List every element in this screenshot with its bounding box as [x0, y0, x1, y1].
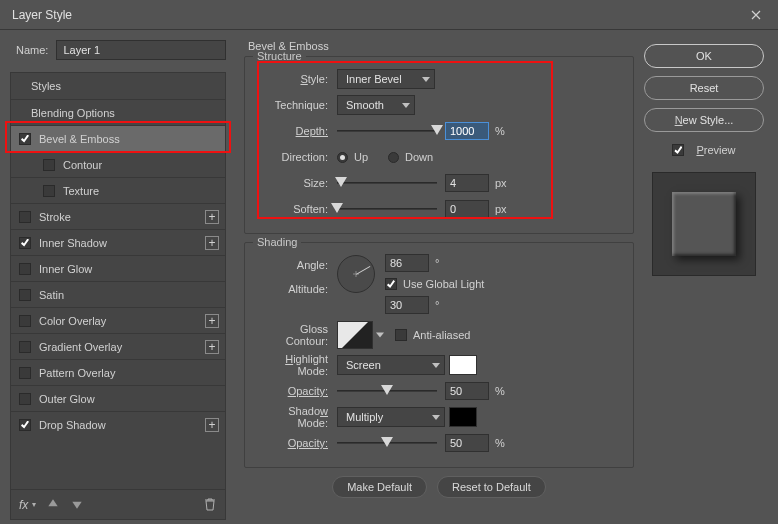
angle-dial[interactable]: [337, 255, 375, 293]
highlight-mode-label: Highlight Mode:: [255, 353, 337, 377]
inner-glow-checkbox[interactable]: [19, 263, 31, 275]
color-overlay-checkbox[interactable]: [19, 315, 31, 327]
stroke-checkbox[interactable]: [19, 211, 31, 223]
chevron-down-icon: [422, 77, 430, 82]
depth-label: Depth:: [255, 125, 337, 137]
contour-checkbox[interactable]: [43, 159, 55, 171]
texture-checkbox[interactable]: [43, 185, 55, 197]
pattern-overlay-checkbox[interactable]: [19, 367, 31, 379]
titlebar: Layer Style: [0, 0, 778, 30]
highlight-opacity-label: Opacity:: [255, 385, 337, 397]
name-label: Name:: [16, 44, 48, 56]
altitude-label: Altitude:: [255, 283, 328, 295]
technique-label: Technique:: [255, 99, 337, 111]
gradient-overlay-checkbox[interactable]: [19, 341, 31, 353]
make-default-button[interactable]: Make Default: [332, 476, 427, 498]
chevron-down-icon: [402, 103, 410, 108]
style-dropdown[interactable]: Inner Bevel: [337, 69, 435, 89]
direction-up-radio[interactable]: [337, 152, 348, 163]
highlight-mode-dropdown[interactable]: Screen: [337, 355, 445, 375]
gradient-overlay-add-icon[interactable]: +: [205, 340, 219, 354]
settings-panel: Bevel & Emboss Structure Style: Inner Be…: [236, 30, 642, 524]
outer-glow-checkbox[interactable]: [19, 393, 31, 405]
size-input[interactable]: [445, 174, 489, 192]
altitude-input[interactable]: [385, 296, 429, 314]
drop-shadow-item[interactable]: Drop Shadow+: [11, 411, 225, 437]
drop-shadow-add-icon[interactable]: +: [205, 418, 219, 432]
shading-fieldset: Shading Angle: Altitude: ° Use Global Li…: [244, 242, 634, 468]
chevron-down-icon: [432, 363, 440, 368]
direction-down-radio[interactable]: [388, 152, 399, 163]
stroke-item[interactable]: Stroke+: [11, 203, 225, 229]
satin-item[interactable]: Satin: [11, 281, 225, 307]
highlight-color-swatch[interactable]: [449, 355, 477, 375]
highlight-opacity-input[interactable]: [445, 382, 489, 400]
drop-shadow-checkbox[interactable]: [19, 419, 31, 431]
gradient-overlay-item[interactable]: Gradient Overlay+: [11, 333, 225, 359]
structure-fieldset: Structure Style: Inner Bevel Technique: …: [244, 56, 634, 234]
reset-button[interactable]: Reset: [644, 76, 764, 100]
size-slider[interactable]: [337, 176, 437, 190]
bevel-emboss-item[interactable]: Bevel & Emboss: [11, 125, 225, 151]
shadow-opacity-slider[interactable]: [337, 436, 437, 450]
shading-legend: Shading: [253, 236, 301, 248]
preview-thumbnail: [652, 172, 756, 276]
window-title: Layer Style: [12, 8, 734, 22]
shadow-mode-dropdown[interactable]: Multiply: [337, 407, 445, 427]
outer-glow-item[interactable]: Outer Glow: [11, 385, 225, 411]
ok-button[interactable]: OK: [644, 44, 764, 68]
preview-checkbox[interactable]: [672, 144, 684, 156]
left-column: Name: Styles Blending Options Bevel & Em…: [0, 30, 236, 524]
angle-label: Angle:: [255, 259, 328, 271]
inner-shadow-add-icon[interactable]: +: [205, 236, 219, 250]
color-overlay-item[interactable]: Color Overlay+: [11, 307, 225, 333]
global-light-checkbox[interactable]: [385, 278, 397, 290]
right-column: OK Reset New Style... Preview: [642, 30, 778, 524]
stroke-add-icon[interactable]: +: [205, 210, 219, 224]
shadow-opacity-input[interactable]: [445, 434, 489, 452]
inner-glow-item[interactable]: Inner Glow: [11, 255, 225, 281]
direction-label: Direction:: [255, 151, 337, 163]
shadow-mode-label: Shadow Mode:: [255, 405, 337, 429]
trash-icon[interactable]: [203, 497, 217, 513]
contour-item[interactable]: Contour: [11, 151, 225, 177]
gloss-contour-picker[interactable]: [337, 321, 373, 349]
close-button[interactable]: [734, 0, 778, 30]
blending-options-item[interactable]: Blending Options: [11, 99, 225, 125]
shadow-color-swatch[interactable]: [449, 407, 477, 427]
satin-checkbox[interactable]: [19, 289, 31, 301]
fx-icon[interactable]: fx: [19, 498, 28, 512]
styles-list: Styles Blending Options Bevel & Emboss C…: [10, 72, 226, 520]
soften-input[interactable]: [445, 200, 489, 218]
pattern-overlay-item[interactable]: Pattern Overlay: [11, 359, 225, 385]
shadow-opacity-label: Opacity:: [255, 437, 337, 449]
gloss-contour-label: Gloss Contour:: [255, 323, 337, 347]
angle-input[interactable]: [385, 254, 429, 272]
chevron-down-icon: [432, 415, 440, 420]
style-label: Style:: [255, 73, 337, 85]
soften-label: Soften:: [255, 203, 337, 215]
highlight-opacity-slider[interactable]: [337, 384, 437, 398]
color-overlay-add-icon[interactable]: +: [205, 314, 219, 328]
antialiased-checkbox[interactable]: [395, 329, 407, 341]
close-icon: [751, 10, 761, 20]
structure-legend: Structure: [253, 50, 306, 62]
technique-dropdown[interactable]: Smooth: [337, 95, 415, 115]
soften-slider[interactable]: [337, 202, 437, 216]
inner-shadow-checkbox[interactable]: [19, 237, 31, 249]
size-label: Size:: [255, 177, 337, 189]
texture-item[interactable]: Texture: [11, 177, 225, 203]
new-style-button[interactable]: New Style...: [644, 108, 764, 132]
depth-slider[interactable]: [337, 124, 437, 138]
chevron-down-icon: [376, 333, 384, 338]
bevel-checkbox[interactable]: [19, 133, 31, 145]
reset-default-button[interactable]: Reset to Default: [437, 476, 546, 498]
styles-footer: fx ▾: [11, 489, 225, 519]
inner-shadow-item[interactable]: Inner Shadow+: [11, 229, 225, 255]
layer-name-input[interactable]: [56, 40, 226, 60]
depth-input[interactable]: [445, 122, 489, 140]
move-down-icon[interactable]: [70, 497, 84, 513]
styles-header[interactable]: Styles: [11, 73, 225, 99]
move-up-icon[interactable]: [46, 497, 60, 513]
